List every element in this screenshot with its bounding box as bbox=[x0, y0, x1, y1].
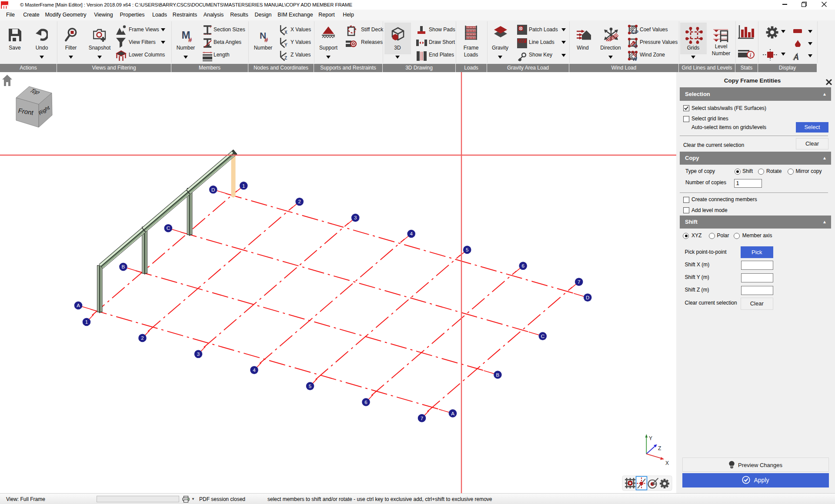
svg-text:X: X bbox=[284, 30, 287, 35]
svg-text:X: X bbox=[665, 460, 669, 466]
svg-text:D: D bbox=[211, 187, 215, 192]
svg-text:Y: Y bbox=[649, 435, 652, 441]
svg-text:D: D bbox=[586, 295, 589, 300]
svg-text:1: 1 bbox=[242, 183, 245, 189]
svg-text:C: C bbox=[167, 225, 170, 231]
svg-text:A: A bbox=[451, 411, 454, 416]
svg-text:2: 2 bbox=[141, 335, 144, 341]
svg-text:2: 2 bbox=[298, 199, 301, 204]
svg-text:C: C bbox=[541, 334, 544, 339]
svg-text:7: 7 bbox=[421, 416, 423, 421]
svg-text:6: 6 bbox=[364, 400, 367, 405]
svg-text:4: 4 bbox=[253, 368, 256, 373]
svg-text:4: 4 bbox=[410, 231, 413, 236]
svg-text:5: 5 bbox=[309, 384, 311, 389]
svg-text:3: 3 bbox=[197, 351, 200, 357]
svg-text:CP: CP bbox=[631, 30, 638, 35]
svg-text:1: 1 bbox=[85, 319, 88, 325]
svg-text:A: A bbox=[77, 303, 80, 308]
svg-text:3: 3 bbox=[354, 215, 357, 220]
svg-text:#: # bbox=[188, 36, 192, 43]
svg-text:6: 6 bbox=[521, 263, 524, 269]
svg-text:5: 5 bbox=[466, 247, 468, 252]
svg-text:Z: Z bbox=[284, 56, 287, 60]
svg-text:B: B bbox=[122, 264, 125, 269]
svg-text:W: W bbox=[632, 56, 637, 62]
svg-text:B: B bbox=[496, 372, 500, 378]
svg-text:Z: Z bbox=[658, 445, 661, 451]
svg-text:7: 7 bbox=[578, 279, 580, 285]
svg-text:#: # bbox=[264, 36, 268, 42]
